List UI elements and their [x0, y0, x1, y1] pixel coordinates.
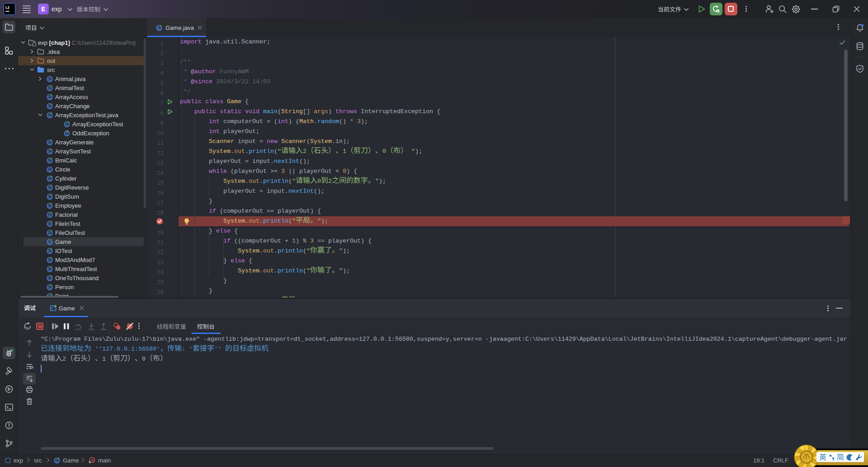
svg-text:IJ: IJ — [5, 5, 9, 10]
svg-text:C: C — [48, 167, 52, 172]
svg-text:C: C — [48, 77, 52, 81]
svg-text:C: C — [66, 131, 69, 136]
